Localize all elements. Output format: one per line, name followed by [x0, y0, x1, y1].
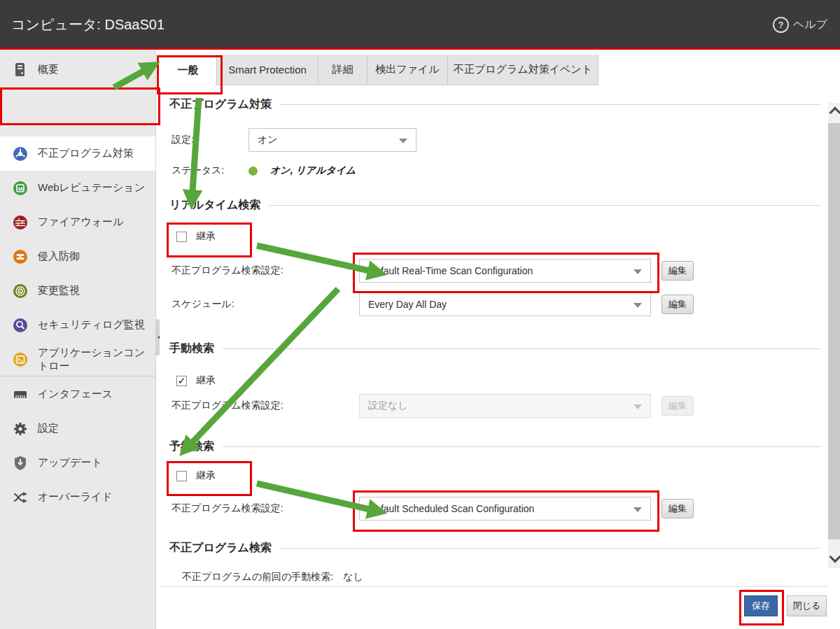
section-title-text: 予約検索	[169, 439, 214, 454]
scroll-up-icon[interactable]	[830, 107, 840, 119]
log-inspection-icon	[13, 318, 28, 333]
firewall-icon	[13, 215, 28, 230]
application-control-icon	[13, 352, 28, 367]
inherit-label: 継承	[196, 230, 216, 243]
intrusion-prevention-icon	[13, 249, 28, 264]
section-title-text: 不正プログラム対策	[169, 97, 272, 112]
integrity-monitoring-icon	[13, 283, 28, 299]
section-rule	[280, 548, 821, 549]
tab-advanced[interactable]: 詳細	[318, 55, 368, 85]
sidebar-item-label: 概要	[38, 63, 59, 76]
realtime-scan-config-edit-button[interactable]: 編集	[662, 261, 694, 281]
sidebar-item-label: 設定	[38, 422, 59, 435]
last-manual-scan-row: 不正プログラムの前回の手動検索: なし	[182, 568, 363, 586]
chevron-down-icon	[634, 404, 642, 409]
dropdown-value: Default Scheduled Scan Configuration	[368, 503, 534, 514]
sidebar-item-interfaces[interactable]: インタフェース	[0, 377, 155, 411]
section-title-text: 不正プログラム検索	[169, 541, 272, 556]
overrides-shuffle-icon	[13, 490, 28, 505]
content-vscrollbar-thumb[interactable]	[828, 123, 840, 539]
sidebar-item-settings[interactable]: 設定	[0, 411, 155, 446]
realtime-inherit-checkbox[interactable]	[176, 232, 187, 242]
tab-identified-files[interactable]: 検出ファイル	[368, 55, 448, 85]
sidebar-item-label: アプリケーションコントロー	[38, 346, 155, 373]
sidebar-item-overview[interactable]: 概要	[0, 52, 155, 87]
sidebar-item-web-reputation[interactable]: Webレピュテーション	[0, 171, 155, 205]
sidebar-group-divider	[0, 376, 155, 376]
sidebar-item-updates[interactable]: アップデート	[0, 446, 155, 480]
section-title-text: リアルタイム検索	[169, 198, 260, 213]
save-button[interactable]: 保存	[744, 595, 778, 616]
dropdown-value: Default Real-Time Scan Configuration	[368, 265, 533, 276]
dropdown-value: 設定なし	[368, 400, 408, 412]
scheduled-inherit-row: 継承	[176, 467, 216, 484]
realtime-schedule-row: スケジュール: Every Day All Day 編集	[172, 292, 694, 317]
section-title-realtime-scan: リアルタイム検索	[169, 198, 821, 213]
sidebar-item-label: Webレピュテーション	[38, 181, 145, 195]
sidebar-item-overrides[interactable]: オーバーライド	[0, 480, 155, 514]
sidebar-item-label: 侵入防御	[38, 250, 80, 263]
inherit-label: 継承	[196, 374, 216, 387]
status-row: ステータス: オン, リアルタイム	[172, 162, 356, 179]
realtime-scan-config-dropdown[interactable]: Default Real-Time Scan Configuration	[359, 259, 651, 283]
scheduled-scan-config-edit-button[interactable]: 編集	[662, 499, 694, 518]
close-button[interactable]: 閉じる	[787, 595, 827, 616]
help-label: ヘルプ	[793, 17, 827, 32]
chevron-down-icon	[634, 303, 642, 308]
inherit-label: 継承	[196, 469, 216, 482]
schedule-label: スケジュール:	[172, 298, 359, 311]
realtime-schedule-dropdown[interactable]: Every Day All Day	[359, 292, 651, 316]
scroll-down-icon[interactable]	[830, 551, 840, 563]
help-icon: ?	[773, 17, 789, 33]
section-title-text: 手動検索	[169, 341, 214, 356]
sidebar-item-label: アップデート	[38, 456, 102, 469]
sidebar-item-firewall[interactable]: ファイアウォール	[0, 205, 155, 239]
help-link[interactable]: ? ヘルプ	[773, 17, 827, 33]
sidebar-item-log-inspection[interactable]: セキュリティログ監視	[0, 308, 155, 342]
status-label: ステータス:	[172, 164, 248, 177]
tab-label: Smart Protection	[228, 64, 307, 76]
updates-shield-icon	[13, 455, 28, 471]
config-row: 設定: オン	[172, 127, 416, 153]
anti-malware-icon	[13, 146, 28, 162]
tab-strip: 一般 Smart Protection 詳細 検出ファイル 不正プログラム対策イ…	[160, 55, 598, 86]
section-rule	[269, 205, 821, 206]
sidebar-item-integrity-monitoring[interactable]: 変更監視	[0, 274, 155, 308]
tab-label: 不正プログラム対策イベント	[454, 63, 592, 76]
dropdown-value: Every Day All Day	[368, 299, 447, 310]
section-rule	[223, 348, 821, 349]
content-vscrollbar[interactable]	[828, 103, 840, 568]
sidebar-item-label: インタフェース	[38, 388, 113, 401]
computer-editor-window: コンピュータ: DSaaS01 ? ヘルプ 概要 不正プログラム対策 Webレピ…	[0, 0, 840, 629]
page-title: コンピュータ: DSaaS01	[11, 15, 164, 34]
scan-config-label: 不正プログラム検索設定:	[172, 400, 359, 412]
sidebar-item-label: オーバーライド	[38, 490, 113, 504]
status-value: オン, リアルタイム	[270, 164, 356, 177]
realtime-schedule-edit-button[interactable]: 編集	[662, 295, 694, 314]
sidebar-item-intrusion-prevention[interactable]: 侵入防御	[0, 239, 155, 274]
tab-smart-protection[interactable]: Smart Protection	[217, 55, 318, 85]
anti-malware-state-dropdown[interactable]: オン	[248, 128, 416, 152]
manual-scan-config-row: 不正プログラム検索設定: 設定なし 編集	[172, 393, 694, 418]
scan-config-label: 不正プログラム検索設定:	[172, 502, 359, 515]
chevron-down-icon	[634, 507, 642, 512]
sidebar-item-application-control[interactable]: アプリケーションコントロー	[0, 342, 155, 376]
manual-scan-config-dropdown-disabled: 設定なし	[359, 394, 651, 418]
overview-server-icon	[13, 62, 28, 78]
scheduled-scan-config-dropdown[interactable]: Default Scheduled Scan Configuration	[359, 497, 651, 521]
chevron-down-icon	[399, 139, 407, 143]
tab-label: 検出ファイル	[375, 63, 439, 76]
chevron-down-icon	[634, 269, 642, 274]
tab-general[interactable]: 一般	[160, 55, 217, 87]
section-rule	[280, 104, 821, 105]
manual-inherit-checkbox[interactable]: ✓	[176, 376, 187, 386]
sidebar-item-label: ファイアウォール	[38, 215, 123, 229]
status-dot-green	[248, 167, 258, 176]
interfaces-icon	[13, 387, 28, 402]
sidebar-item-anti-malware[interactable]: 不正プログラム対策	[0, 136, 155, 171]
last-manual-scan-label: 不正プログラムの前回の手動検索:	[182, 571, 333, 584]
sidebar: 概要 不正プログラム対策 Webレピュテーション ファイアウォール 侵入防御 変…	[0, 50, 156, 629]
tab-anti-malware-events[interactable]: 不正プログラム対策イベント	[448, 55, 598, 85]
scheduled-inherit-checkbox[interactable]	[176, 471, 187, 481]
realtime-inherit-row: 継承	[176, 228, 216, 245]
